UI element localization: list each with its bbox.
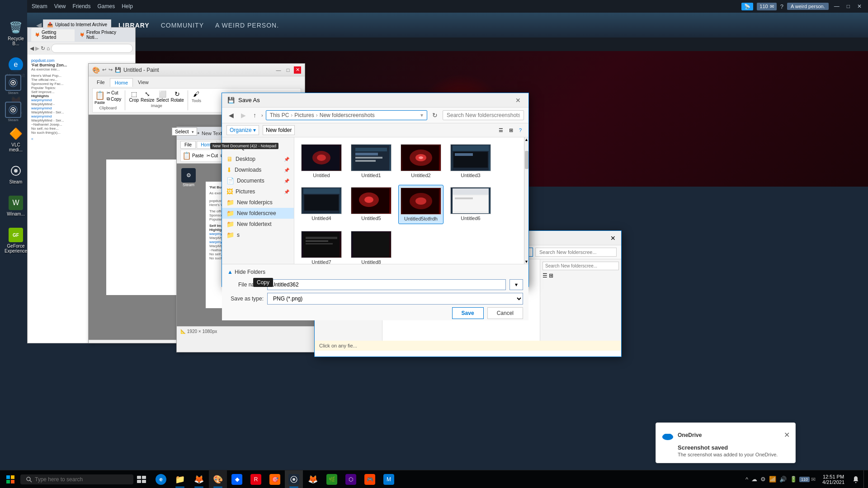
file-untitled8[interactable]: Untitled8 [349,229,394,264]
sidebar-item-newtext[interactable]: 📁 New foldertext [222,219,294,230]
file-name-input[interactable] [267,279,506,290]
firefox-tab-2[interactable]: 🦊 Firefox Privacy Noti... [76,28,132,42]
scrollbar-up-btn[interactable]: ▲ [524,137,528,142]
taskbar-datetime[interactable]: 12:51 PM 4/21/2021 [819,474,848,485]
dialog-refresh-btn[interactable]: ↻ [430,111,440,120]
file-untitled5lot[interactable]: Untitled5lotfrdh [398,185,443,224]
paint-tab-file[interactable]: File [92,78,109,87]
scrollbar-thumb[interactable] [525,151,528,169]
file-untitled6[interactable]: Untitled6 [448,185,493,224]
tray-battery-icon[interactable]: 🔋 [789,475,798,483]
tray-onedrive-icon[interactable]: ☁ [750,475,758,483]
home-icon[interactable]: ⌂ [47,45,50,52]
view-list-icon[interactable]: ☰ [496,126,505,135]
scrollbar-down-btn[interactable]: ▼ [524,259,528,264]
select-btn[interactable]: ⬜ Select [156,90,169,103]
paint-minimize-btn[interactable]: — [275,66,282,74]
copy-btn[interactable]: ⧉ Copy [107,96,121,102]
firefox-tab-1[interactable]: 🦊 Getting Started [31,28,75,42]
tray-speaker-icon[interactable]: 🔊 [778,475,788,483]
paint-tab-view[interactable]: View [133,78,153,87]
dialog2-close-btn[interactable]: ✕ [610,235,616,242]
cancel-btn[interactable]: Cancel [487,307,523,319]
hide-folders-btn[interactable]: ▲ Hide Folders [227,267,265,277]
desktop-icon-geforce[interactable]: GF GeForce Experience [2,225,29,256]
sidebar-item-newpics[interactable]: 📁 New folderpics [222,197,294,208]
steam-menu-steam[interactable]: Steam [32,3,47,9]
file-untitled3[interactable]: Untitled3 [448,142,493,180]
show-desktop-btn[interactable] [863,470,866,488]
reload-icon[interactable]: ↻ [41,45,45,52]
steam-maximize-btn[interactable]: □ [845,3,852,9]
desktop-icon-recycle[interactable]: 🗑️ Recycle B... [2,18,29,48]
file-untitled4[interactable]: Untitled4 [299,185,344,224]
dialog2-view-grid[interactable]: ⊞ [549,272,553,279]
taskbar-dropbox[interactable]: ◆ [228,470,246,488]
dialog-breadcrumb[interactable]: This PC › Pictures › New folderscreensho… [266,110,427,120]
file-untitled7[interactable]: Untitled7 [299,229,344,264]
sidebar-item-newscreen[interactable]: 📁 New folderscree [222,208,294,219]
taskbar-app9[interactable]: 🌿 [323,470,341,488]
sidebar-item-pictures[interactable]: 🖼 Pictures 📌 [222,186,294,197]
taskbar-firefox2[interactable]: 🦊 [304,470,322,488]
steam-menu-games[interactable]: Games [98,3,115,9]
file-untitled5[interactable]: Untitled5 [349,185,394,224]
tray-network-icon[interactable]: 📶 [768,475,777,483]
dialog-forward-btn[interactable]: ▶ [239,111,248,120]
start-button[interactable] [0,470,20,488]
onedrive-close-btn[interactable]: ✕ [784,431,790,439]
notification-center-btn[interactable] [849,470,863,488]
tray-steam-icon[interactable]: ⚙ [760,475,767,483]
dialog2-view-list[interactable]: ☰ [542,272,547,279]
cut-btn-2[interactable]: ✂ Cut [207,151,218,160]
save-btn[interactable]: Save [452,307,484,319]
paint-undo-icon[interactable]: ↩ [102,67,106,73]
file-untitled2[interactable]: Untitled2 [398,142,443,180]
steam-notification-badge[interactable]: 110 ✉ [757,3,776,10]
paint-tab-file-2[interactable]: File [180,141,196,149]
resize-btn[interactable]: ⤡ Resize [141,90,155,103]
dialog-close-btn[interactable]: ✕ [513,95,523,105]
tray-expand-btn[interactable]: ^ [745,475,749,483]
file-untitled1[interactable]: Untitled1 [349,142,394,180]
taskbar-app7[interactable]: 🎯 [266,470,284,488]
breadcrumb-dropdown[interactable]: ▾ [420,112,423,118]
sidebar-item-documents[interactable]: 📄 Documents 📌 [222,175,294,186]
taskbar-game1[interactable]: R [247,470,265,488]
desktop-icon-vlc[interactable]: 🔶 VLC medi... [2,124,29,155]
taskbar-explorer[interactable]: 📁 [171,470,189,488]
steam-help-btn[interactable]: ? [780,3,783,10]
steam-persona-btn[interactable]: A weird person. [787,3,829,10]
steam-sidebar-icon-2[interactable]: Steam [5,99,21,124]
taskbar-app10[interactable]: ⬡ [342,470,360,488]
paint-save-icon[interactable]: 💾 [115,67,121,73]
dialog-back-btn[interactable]: ◀ [226,111,236,120]
desktop-icon-steam[interactable]: Steam [2,161,29,187]
save-type-select[interactable]: PNG (*.png) [267,293,523,305]
taskbar-search-input[interactable] [35,476,116,483]
taskbar-firefox[interactable]: 🦊 [190,470,208,488]
new-folder-btn[interactable]: New folder [263,125,295,135]
brush-btn[interactable]: 🖌 [193,90,199,98]
file-untitled[interactable]: Untitled [299,142,344,180]
sidebar-item-downloads[interactable]: ⬇ Downloads 📌 [222,164,294,175]
organize-btn[interactable]: Organize ▾ [226,125,259,135]
crop-btn[interactable]: ⬚ Crop [129,90,139,103]
dialog-up-btn[interactable]: ↑ [251,111,259,120]
steam-home-bar[interactable]: HOME [27,38,868,51]
desktop-icon-winamp[interactable]: W Winam... [2,193,29,219]
ia-upload-tab[interactable]: 📤 Upload to Internet Archive [43,19,111,29]
steam-minimize-btn[interactable]: — [832,3,841,9]
select-dropdown[interactable]: Select ▾ [172,127,197,136]
dialog2-right-search-input[interactable] [542,262,619,270]
taskbar-app11[interactable]: 🎮 [361,470,379,488]
taskbar-paint[interactable]: 🎨 [209,470,227,488]
steam-sidebar-icon-1[interactable]: Steam [5,72,21,97]
nav-persona[interactable]: A WEIRD PERSON. [215,22,279,29]
taskbar-search-bar[interactable] [20,474,133,484]
taskbar-edge[interactable]: e [152,470,170,488]
tray-mail-icon[interactable]: ✉ [811,476,816,483]
forward-icon[interactable]: ▶ [35,45,39,52]
dialog-search-input[interactable] [443,110,524,120]
paint-tab-home[interactable]: Home [110,78,133,87]
